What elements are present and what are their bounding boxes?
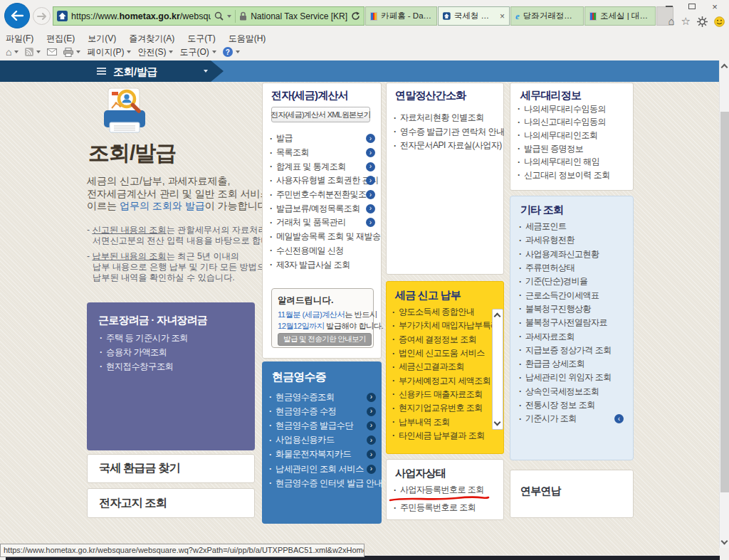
arrow-right-icon[interactable] [367,393,376,402]
arrow-right-icon[interactable] [366,218,375,227]
menu-item[interactable]: 현금영수증 인터넷 발급 안내 [269,476,376,490]
menu-item[interactable]: 법인세 신고도움 서비스 [392,347,489,360]
menu-item[interactable]: 나의신고대리수임동의 [518,116,623,130]
menu-item[interactable]: 기준시가 조회 [519,412,624,426]
favorites-star-icon[interactable]: ☆ [681,15,691,28]
menu-item[interactable]: 즐겨찾기(A) [129,33,174,45]
address-bar[interactable]: https://www.hometax.go.kr/websquare/webs… [53,6,364,26]
menu-item[interactable]: 부가가치세 매입자납부특례 [392,319,489,332]
maximize-button[interactable] [681,0,703,13]
menu-item[interactable]: 나의세무대리인조회 [518,129,623,142]
url-text[interactable]: https://www.hometax.go.kr/websquare/webs… [71,11,211,21]
menu-item[interactable]: 제3자 발급사실 조회 [270,258,375,272]
scroll-up-icon[interactable] [494,313,501,320]
search-icon[interactable] [214,11,224,21]
menu-item[interactable]: 세금포인트 [519,220,624,233]
menu-item[interactable]: 도구(T) [187,33,215,45]
menu-item[interactable]: 도움말(H) [229,33,266,45]
forward-button[interactable] [33,7,51,25]
menu-item[interactable]: 발급보류/예정목록조회 [270,201,375,216]
refresh-icon[interactable] [351,11,360,21]
menu-item[interactable]: 전자문서API 자료실(사업자) [394,139,518,153]
menu-item[interactable]: 과세자료조회 [519,329,624,343]
menu-item[interactable]: 타인세금 납부결과 조회 [392,429,489,443]
menu-item[interactable]: 근로소득간이세액표 [519,288,624,302]
e-notice-inquiry-button[interactable]: 전자고지 조회 [87,488,255,518]
smiley-feedback-icon[interactable] [714,16,725,27]
page-scrollbar[interactable] [719,60,729,548]
arrow-left-icon[interactable] [614,414,624,423]
tab-hometax-active[interactable]: 국세청 홈택스 × [438,6,510,26]
menu-item[interactable]: 불복청구사전열람자료 [519,316,624,329]
menu-item[interactable]: 세금신고결과조회 [392,360,489,374]
menu-item[interactable]: 납세관리인 위임자 조회 [519,371,624,384]
tab-tax-office[interactable]: 조세실 | 대손충... [584,6,656,26]
menu-item[interactable]: 영수증 발급기관 연락처 안내 [394,125,518,139]
nav-menu-block[interactable]: 조회/발급 [0,60,224,82]
menu-item[interactable]: 합계표 및 통계조회 [270,159,375,174]
home-page-button[interactable]: ⌂ [6,46,19,58]
menu-item[interactable]: 과세유형전환 [519,233,624,247]
deadline-guide-button[interactable]: 발급 및 전송기한 안내보기 [278,333,372,346]
minimize-button[interactable] [658,0,681,13]
certificate-name[interactable]: National Tax Service [KR] [251,11,347,21]
menu-item[interactable]: 나의세무대리수임동의 [518,102,623,116]
arrow-right-icon[interactable] [367,435,376,445]
safety-menu[interactable]: 안전(S) [137,46,173,58]
arrow-right-icon[interactable] [366,148,375,157]
help-menu[interactable]: ? [223,47,240,57]
menu-item[interactable]: 상속인국세정보조회 [519,385,624,398]
page-menu[interactable]: 페이지(P) [87,46,131,58]
arrow-right-icon[interactable] [367,407,376,416]
menu-item[interactable]: 나의세무대리인 해임 [518,155,623,169]
menu-item[interactable]: 주류면허상태 [519,261,624,275]
section-scrollbar[interactable] [492,309,503,430]
menu-item[interactable]: 납부내역 조회 [392,415,489,428]
scrollbar-thumb[interactable] [720,112,729,492]
annual-installment-section[interactable]: 연부연납 [510,470,634,518]
menu-item[interactable]: 환급금 상세조회 [519,357,624,371]
tab-close-icon[interactable]: × [500,13,505,20]
tax-refund-search-button[interactable]: 국세 환급금 찾기 [87,454,255,483]
scroll-up-icon[interactable] [721,64,728,71]
arrow-right-icon[interactable] [367,421,376,430]
menu-item[interactable]: 보기(V) [88,33,116,45]
tab-daum-cafe[interactable]: 카페홈 - Daum ... [365,6,437,26]
menu-item[interactable]: 신용카드 매출자료조회 [392,388,489,401]
menu-item[interactable]: 현지기업교유번호 조회 [392,401,489,415]
menu-item[interactable]: 현금영수증 발급수단 [269,418,376,433]
read-mail-button[interactable] [47,48,57,56]
back-button[interactable] [4,3,30,28]
rss-button[interactable] [25,48,41,56]
menu-item[interactable]: 승용차 가액조회 [100,345,201,359]
tab-stopped-accounts[interactable]: e 당좌거래정지자... [510,6,584,26]
menu-item[interactable]: 전통시장 정보 조회 [519,398,624,412]
menu-item[interactable]: 지급보증 정상가격 조회 [519,344,624,357]
arrow-right-icon[interactable] [367,450,376,459]
menu-item[interactable]: 현금영수증 수정 [269,404,376,418]
menu-item[interactable]: 파일(F) [6,33,33,45]
menu-item[interactable]: 불복청구진행상황 [519,302,624,316]
menu-item[interactable]: 목록조회 [270,146,375,160]
menu-item[interactable]: 발급 [270,132,375,146]
menu-item[interactable]: 화물운전자복지카드 [269,448,376,462]
menu-item[interactable]: 부가세예정고지 세액조회 [392,374,489,387]
arrow-right-icon[interactable] [366,134,375,143]
menu-item[interactable]: 거래처 및 품목관리 [270,216,375,230]
chevron-down-icon[interactable] [204,70,208,73]
scroll-down-icon[interactable] [494,419,501,426]
arrow-right-icon[interactable] [367,465,376,474]
search-dropdown-icon[interactable] [227,15,231,18]
arrow-right-icon[interactable] [366,162,375,171]
menu-item[interactable]: 사업용계좌신고현황 [519,248,624,261]
nav-menu-title[interactable]: 조회/발급 [113,65,157,79]
menu-item[interactable]: 기준(단순)경비율 [519,275,624,288]
home-icon[interactable]: ⌂ [668,15,674,28]
menu-item[interactable]: 납세관리인 조회 서비스 [269,462,376,476]
arrow-right-icon[interactable] [366,204,375,213]
menu-item[interactable]: 사업용신용카드 [269,433,376,448]
menu-item[interactable]: 신고대리 정보이력 조회 [518,169,623,182]
menu-item[interactable]: 자료처리현황 인별조회 [394,111,518,125]
menu-item[interactable]: 현지접수창구조회 [100,359,201,374]
close-button[interactable]: × [703,0,726,13]
